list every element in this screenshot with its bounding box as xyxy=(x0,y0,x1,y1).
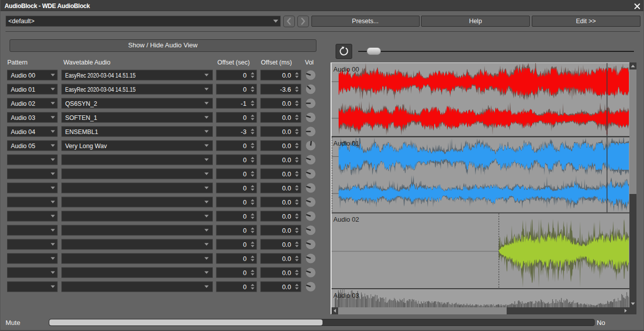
svg-text:Audio 03: Audio 03 xyxy=(334,292,359,299)
svg-text:Audio 01: Audio 01 xyxy=(334,140,359,147)
svg-text:Audio 00: Audio 00 xyxy=(334,65,359,73)
svg-text:Audio 02: Audio 02 xyxy=(334,216,359,223)
